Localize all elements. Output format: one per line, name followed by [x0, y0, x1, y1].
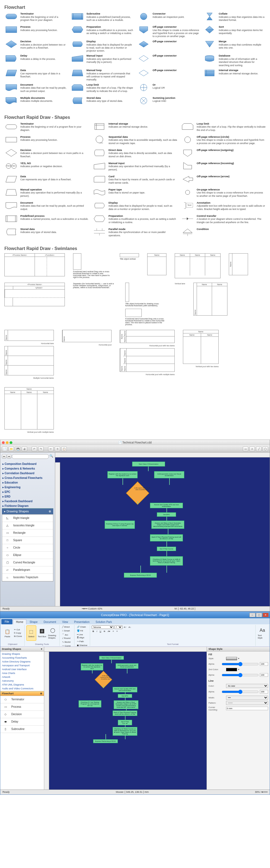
textbox-tool[interactable]: 🅰Text Box [37, 625, 47, 641]
tab-file[interactable]: File [1, 619, 12, 624]
tab-view[interactable]: View [59, 620, 71, 624]
tb-line-icon[interactable]: ╱ [256, 446, 262, 452]
shape-list-item[interactable]: □Square [2, 537, 53, 544]
flow-node[interactable]: Each If Then Physical Training result wi… [113, 711, 137, 716]
tab-document[interactable]: Document [41, 620, 59, 624]
flowchart-panel-head[interactable]: Flowchart⊗ [0, 691, 44, 696]
corner-input[interactable] [226, 707, 268, 710]
fontcolor-button[interactable]: A▾ [107, 630, 111, 633]
mac-canvas[interactable]: Next Class Of ExaminationRegister with t… [55, 458, 270, 606]
sidebar-item[interactable]: ▸ Engineering [2, 485, 53, 490]
chevron-down-icon[interactable]: ▾ [41, 648, 42, 650]
flow-node[interactable]: Assure next Quality HTS and next examina… [150, 503, 183, 508]
search-icon[interactable]: 🔍 [50, 454, 53, 461]
tb-new-icon[interactable]: 📄 [2, 446, 7, 452]
sidebar-item[interactable]: ▸ Education [2, 480, 53, 485]
select-tool[interactable]: ⬚Select [26, 625, 36, 641]
ss-path[interactable]: ⤳ Path [76, 640, 85, 643]
win-side-item[interactable]: Android User Interface [2, 668, 42, 671]
ss-chain[interactable]: 🔗 Chain [76, 625, 87, 628]
shape-list-item[interactable]: ◺Right triangle [2, 515, 53, 522]
tab-home[interactable]: Home [13, 619, 26, 624]
sidebar-item[interactable]: ▸ Correlation Dashboard [2, 471, 53, 475]
line-color-select[interactable]: As saw [226, 684, 268, 688]
flow-node[interactable]: Get EPG [157, 513, 176, 517]
ss-fill[interactable]: 🪣 Fill [76, 629, 84, 632]
strike-button[interactable]: S [103, 630, 106, 633]
ss-line[interactable]: ━ Line [76, 633, 84, 636]
flow-node[interactable]: Register with the student try to correct… [108, 471, 138, 478]
drawing-shapes-panel-head[interactable]: ▸ Drawing Shapes⊗ [2, 508, 53, 514]
conn-smart[interactable]: ⎍ Smart [61, 629, 70, 632]
flow-node[interactable]: Checking 12 Week Course on skills & tech… [150, 556, 183, 566]
tb-select-icon[interactable]: ▭ [243, 446, 248, 452]
dropdown-icon[interactable]: ▾ [238, 668, 239, 671]
alpha-slider[interactable] [222, 661, 259, 667]
line-pattern-select[interactable]: ─── [226, 701, 268, 705]
shape-list-item[interactable]: ▱Parallelogram [2, 566, 53, 574]
close-icon[interactable]: ⊗ [40, 692, 42, 695]
shape-list-item[interactable]: ▢Curved Rectangle [2, 559, 53, 566]
paste-button[interactable]: 📋Paste [2, 625, 12, 641]
sidebar-item[interactable]: ▸ Fishbone Diagram [2, 503, 53, 508]
copy-button[interactable]: ⎘ Copy [13, 631, 23, 634]
maximize-button[interactable]: ▢ [256, 613, 262, 617]
font-shrink-icon[interactable]: A↓ [128, 625, 132, 629]
flow-list-item[interactable]: ▭Process [0, 703, 44, 711]
close-icon[interactable]: ⊗ [49, 509, 51, 513]
alpha2-slider[interactable] [222, 672, 259, 678]
flow-list-item[interactable]: ⬬Delay [0, 718, 44, 725]
side-nav-icon[interactable]: ➡ [7, 454, 11, 459]
close-button[interactable]: ✕ [263, 613, 269, 617]
tb-open-icon[interactable]: 📁 [8, 446, 14, 452]
drawing-shapes-tool[interactable]: ◯Drawing Shapes [48, 625, 58, 641]
flow-node[interactable]: Assess and Skip or Stud. Examples shape … [151, 521, 184, 529]
tab-shape[interactable]: Shape [27, 620, 40, 624]
align-center-icon[interactable]: ≡ [116, 630, 119, 633]
flow-list-item[interactable]: ⬭Terminator [0, 696, 44, 703]
flow-node[interactable]: Express Performing of 50 M [93, 739, 118, 743]
sidebar-item[interactable]: ▸ EPC [2, 490, 53, 494]
flow-list-item[interactable]: ◇Decision [0, 711, 44, 718]
alpha-value[interactable] [260, 662, 268, 666]
flow-list-item[interactable]: ▯Subroutine [0, 725, 44, 733]
shape-list-item[interactable]: △Isosceles triangle [2, 522, 53, 529]
flow-node[interactable]: Next Class Of Examination [132, 462, 165, 467]
tb-paste-icon[interactable]: 📋 [61, 446, 67, 452]
underline-button[interactable]: U [99, 630, 102, 633]
tb-redo-icon[interactable]: ↷ [38, 446, 44, 452]
alpha2-value[interactable] [260, 673, 268, 677]
flow-node[interactable]: Express Performing of 50 M [124, 573, 157, 578]
sidebar-item[interactable]: ▸ ERD [2, 494, 53, 499]
text-style-button[interactable]: AaText Style [258, 625, 267, 641]
conn-arc[interactable]: ⌒ Arc [61, 633, 69, 637]
tb-text-icon[interactable]: A [249, 446, 255, 452]
conn-round[interactable]: ⎎ Round [61, 637, 71, 640]
mac-search-input[interactable] [12, 454, 49, 459]
tab-presentation[interactable]: Presentation [71, 620, 92, 624]
ss-shadow[interactable]: ◼ Shadow [76, 644, 88, 647]
win-side-item[interactable]: ATM UML Diagrams [2, 683, 42, 687]
shape-list-item[interactable]: ⬭Ellipse [2, 552, 53, 559]
ss-align[interactable]: ≣ Align [76, 636, 85, 639]
minimize-button[interactable]: ─ [249, 613, 256, 617]
side-nav-icon[interactable]: ⬅ [2, 454, 6, 459]
tb-cut-icon[interactable]: ✂ [48, 446, 54, 452]
win-side-item[interactable]: Astronomy [2, 679, 42, 683]
win-side-item[interactable]: Artwork [2, 675, 42, 679]
clone-button[interactable]: ⧉ Clone [13, 635, 23, 638]
sidebar-item[interactable]: ▸ Computers & Networks [2, 466, 53, 471]
win-side-item[interactable]: Accounting Flowcharts [2, 656, 42, 660]
zoom-slider[interactable]: ━●━━━ [261, 790, 268, 793]
sidebar-item[interactable]: ▸ Cross-Functional Flowcharts [2, 475, 53, 480]
flow-node[interactable]: Anthropometric study and Visual accelera… [116, 663, 139, 669]
font-select[interactable]: Tahoma [92, 625, 114, 629]
win-side-item[interactable]: Active Directory Diagrams [2, 660, 42, 663]
win-side-item[interactable]: Drawing Shapes [2, 652, 42, 656]
win-side-item[interactable]: Area Charts [2, 671, 42, 675]
alpha3-slider[interactable] [222, 689, 259, 694]
italic-button[interactable]: I [96, 630, 98, 633]
flow-node[interactable]: Each If Then Physical Training result wi… [150, 534, 183, 541]
shape-list-item[interactable]: ▭Rectangle [2, 529, 53, 537]
conn-direct[interactable]: ╱ Direct [61, 625, 70, 628]
